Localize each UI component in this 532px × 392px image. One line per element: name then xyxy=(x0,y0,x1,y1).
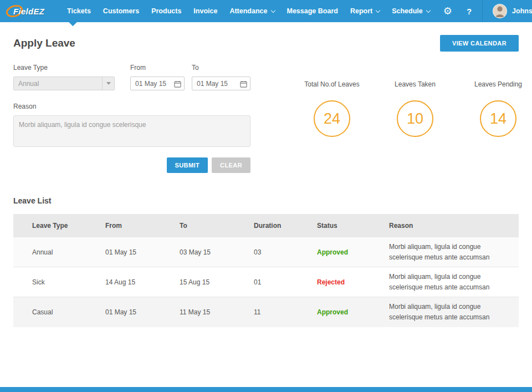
from-date-group: From xyxy=(130,64,185,90)
cell-duration: 11 xyxy=(235,297,298,327)
from-date-wrap xyxy=(130,77,185,90)
leave-stats: Total No.of Leaves 24 Leaves Taken 10 Le… xyxy=(250,64,532,173)
footer-bar xyxy=(0,387,532,392)
cell-from: 01 May 15 xyxy=(86,297,161,327)
nav-item-products[interactable]: Products xyxy=(145,0,187,22)
nav-item-label: Products xyxy=(151,7,181,15)
nav-item-attendance[interactable]: Attendance xyxy=(223,0,280,22)
stat-value-ring: 14 xyxy=(480,100,516,137)
nav-item-invoice[interactable]: Invoice xyxy=(187,0,223,22)
main-content: Apply Leave VIEW CALENDAR Leave Type Ann… xyxy=(0,35,532,327)
user-name: Johnson xyxy=(512,7,532,15)
stat-label: Leaves Pending xyxy=(474,80,522,88)
leave-form: Leave Type Annual From xyxy=(13,64,250,173)
cell-leave-type: Annual xyxy=(13,237,86,267)
nav-item-label: Attendance xyxy=(229,7,267,15)
nav-item-message-board[interactable]: Message Board xyxy=(281,0,344,22)
nav-item-label: Report xyxy=(350,7,372,15)
nav-item-label: Tickets xyxy=(67,7,91,15)
stat-label: Total No.of Leaves xyxy=(304,80,359,88)
col-leave-type: Leave Type xyxy=(13,214,86,237)
apply-leave-section: Leave Type Annual From xyxy=(13,64,519,173)
view-calendar-button[interactable]: VIEW CALENDAR xyxy=(440,35,519,52)
submit-button[interactable]: SUBMIT xyxy=(167,157,208,173)
leave-type-select[interactable]: Annual xyxy=(13,77,115,90)
status-badge: Rejected xyxy=(317,278,345,286)
stat-leaves-pending: Leaves Pending 14 xyxy=(457,80,532,173)
nav-item-tickets[interactable]: Tickets xyxy=(61,0,97,22)
cell-to: 03 May 15 xyxy=(161,237,235,267)
nav-item-label: Invoice xyxy=(193,7,217,15)
from-label: From xyxy=(130,64,185,72)
cell-leave-type: Casual xyxy=(13,297,86,327)
cell-to: 11 May 15 xyxy=(161,297,235,327)
page-title: Apply Leave xyxy=(13,37,75,49)
nav-item-schedule[interactable]: Schedule xyxy=(386,0,436,22)
cell-duration: 01 xyxy=(235,267,298,297)
to-date-wrap xyxy=(192,77,250,90)
col-to: To xyxy=(161,214,235,237)
table-row[interactable]: Annual 01 May 15 03 May 15 03 Approved M… xyxy=(13,237,519,267)
reason-group: Reason Morbi aliquam, ligula id congue s… xyxy=(13,103,250,147)
stat-value-ring: 24 xyxy=(314,100,350,137)
col-status: Status xyxy=(298,214,370,237)
status-badge: Approved xyxy=(317,308,348,316)
avatar xyxy=(493,4,507,18)
leave-list-title: Leave List xyxy=(13,196,519,205)
title-row: Apply Leave VIEW CALENDAR xyxy=(13,35,519,52)
col-from: From xyxy=(86,214,161,237)
cell-reason: Morbi aliquam, ligula id congue sceleris… xyxy=(370,297,519,327)
stat-total-leaves: Total No.of Leaves 24 xyxy=(290,80,374,173)
clear-button[interactable]: CLEAR xyxy=(212,157,250,173)
nav-item-label: Message Board xyxy=(287,7,338,15)
table-header: Leave Type From To Duration Status Reaso… xyxy=(13,214,519,237)
col-reason: Reason xyxy=(370,214,519,237)
leave-list-table: Leave Type From To Duration Status Reaso… xyxy=(13,214,519,327)
nav-item-label: Customers xyxy=(103,7,139,15)
to-date-group: To xyxy=(192,64,250,90)
leave-type-label: Leave Type xyxy=(13,64,115,72)
nav-right-controls: ⚙ ? Johnson xyxy=(436,0,532,22)
top-navbar: FieldEZ Tickets Customers Products Invoi… xyxy=(0,0,532,22)
form-buttons: SUBMIT CLEAR xyxy=(13,157,250,173)
cell-to: 15 Aug 15 xyxy=(161,267,235,297)
avatar-silhouette-icon xyxy=(493,4,507,18)
to-label: To xyxy=(192,64,250,72)
cell-reason: Morbi aliquam, ligula id congue sceleris… xyxy=(370,237,519,267)
help-icon[interactable]: ? xyxy=(459,0,479,22)
chevron-down-icon xyxy=(376,8,380,12)
cell-reason: Morbi aliquam, ligula id congue sceleris… xyxy=(370,267,519,297)
brand-text: FieldEZ xyxy=(13,7,44,16)
table-row[interactable]: Casual 01 May 15 11 May 15 11 Approved M… xyxy=(13,297,519,327)
cell-leave-type: Sick xyxy=(13,267,86,297)
stat-leaves-taken: Leaves Taken 10 xyxy=(374,80,457,173)
nav-item-label: Schedule xyxy=(392,7,423,15)
status-badge: Approved xyxy=(317,248,348,256)
cell-from: 14 Aug 15 xyxy=(86,267,161,297)
form-line-dates: Leave Type Annual From xyxy=(13,64,250,90)
calendar-icon[interactable] xyxy=(174,80,181,90)
calendar-icon[interactable] xyxy=(240,80,247,90)
chevron-down-icon xyxy=(270,8,275,12)
nav-item-customers[interactable]: Customers xyxy=(97,0,145,22)
leave-type-group: Leave Type Annual xyxy=(13,64,115,90)
brand-logo[interactable]: FieldEZ xyxy=(6,0,61,22)
table-row[interactable]: Sick 14 Aug 15 15 Aug 15 01 Rejected Mor… xyxy=(13,267,519,297)
stat-value-ring: 10 xyxy=(397,100,433,137)
reason-label: Reason xyxy=(13,103,250,110)
chevron-down-icon xyxy=(426,8,431,12)
reason-textarea[interactable]: Morbi aliquam, ligula id congue sceleris… xyxy=(13,115,250,147)
user-menu[interactable]: Johnson xyxy=(486,0,532,22)
stat-label: Leaves Taken xyxy=(395,80,436,88)
nav-menu: Tickets Customers Products Invoice Atten… xyxy=(61,0,436,22)
cell-from: 01 May 15 xyxy=(86,237,161,267)
select-arrow-icon xyxy=(102,77,114,90)
nav-item-report[interactable]: Report xyxy=(344,0,386,22)
cell-duration: 03 xyxy=(235,237,298,267)
col-duration: Duration xyxy=(235,214,298,237)
leave-type-value: Annual xyxy=(18,80,39,88)
nav-divider xyxy=(482,0,483,22)
gear-icon[interactable]: ⚙ xyxy=(436,0,459,22)
